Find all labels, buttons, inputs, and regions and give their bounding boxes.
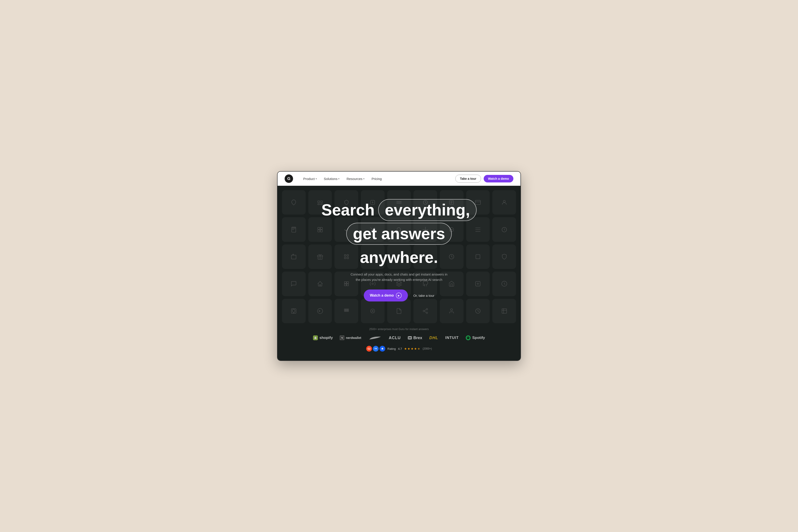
take-tour-hero-button[interactable]: Or, take a tour [413,294,434,298]
watch-demo-hero-button[interactable]: Watch a demo ▶ [364,289,408,302]
icon-cell [492,299,516,323]
icon-cell [308,299,332,323]
icon-cell [466,299,490,323]
chevron-down-icon: ▾ [363,177,364,180]
hero-content: Search everything, get answers anywhere.… [310,199,488,302]
icon-cell [282,245,306,269]
logos-section: 2500+ enterprises trust Guru for instant… [278,328,520,360]
dhl-label: DHL [430,336,438,340]
navbar: G Product ▾ Solutions ▾ Resources ▾ Pric… [278,172,520,186]
play-icon: ▶ [396,292,402,298]
hero-cta: Watch a demo ▶ Or, take a tour [310,289,488,302]
logos-tagline: 2500+ enterprises trust Guru for instant… [286,328,512,331]
svg-point-21 [423,310,424,312]
heading-pill-2: get answers [346,223,452,245]
logo-aclu: ACLU [389,336,401,340]
logo-shopify: shopify [313,335,333,340]
icon-cell [492,217,516,242]
nav-solutions[interactable]: Solutions ▾ [321,175,343,183]
icon-cell [492,190,516,214]
brex-label: Brex [413,336,422,340]
nerdwallet-icon: N [340,336,344,340]
icon-cell [361,299,385,323]
logo-brex: Brex [408,336,422,340]
nav-pricing[interactable]: Pricing [368,175,385,183]
hero-section: Search everything, get answers anywhere.… [278,186,520,328]
heading-pill-1: everything, [378,199,477,221]
watch-demo-label: Watch a demo [370,293,394,298]
logo-letter: G [287,176,290,181]
logo-dhl: DHL [430,336,438,340]
logo-nerdwallet: N nerdwallet [340,336,361,340]
spotify-icon [466,335,471,340]
logo-spotify: Spotify [466,335,485,340]
icon-cell [492,271,516,296]
icon-cell [440,299,463,323]
icon-cell [387,299,411,323]
logo-nike [368,335,382,341]
svg-point-19 [370,309,375,313]
trustradius-badge: TR [373,346,379,352]
watch-demo-nav-button[interactable]: Watch a demo [484,175,513,183]
rating-stars: ★ ★ ★ ★ ★ [404,347,420,350]
icon-cell [335,299,358,323]
icon-cell [413,299,437,323]
spotify-label: Spotify [472,336,485,340]
browser-window: G Product ▾ Solutions ▾ Resources ▾ Pric… [277,171,521,361]
nav-resources[interactable]: Resources ▾ [343,175,367,183]
star-half: ★ [417,347,420,350]
brex-icon [408,336,412,339]
nav-actions: Take a tour Watch a demo [455,175,513,183]
rating-score: 4.7 [398,347,402,350]
rating-row: G2 TR Rating 4.7 ★ ★ ★ ★ ★ (2000+) [286,346,512,352]
logo-intuit: INTUIT [445,336,459,340]
svg-point-22 [426,312,428,314]
svg-rect-8 [292,227,296,232]
icon-cell [282,217,306,242]
hero-heading: Search everything, get answers anywhere. [310,199,488,266]
heading-suffix: anywhere. [360,248,438,267]
chevron-down-icon: ▾ [338,177,339,180]
take-tour-button[interactable]: Take a tour [455,175,481,183]
g2-badge: G2 [366,346,372,352]
shopify-label: shopify [319,336,333,340]
nerdwallet-label: nerdwallet [346,336,361,340]
icon-cell [282,271,306,296]
star-2: ★ [407,347,410,350]
icon-cell [282,190,306,214]
hero-subtitle: Connect all your apps, docs, and chats a… [350,272,448,282]
icon-cell [282,299,306,323]
nav-links: Product ▾ Solutions ▾ Resources ▾ Pricin… [300,175,448,183]
star-1: ★ [404,347,407,350]
hero-line-1: Search everything, [310,199,488,221]
hero-line-2: get answers anywhere. [310,223,488,267]
logos-row: shopify N nerdwallet ACLU [286,335,512,341]
star-3: ★ [411,347,414,350]
capterra-badge [380,346,385,352]
chevron-down-icon: ▾ [316,177,317,180]
rating-label: Rating [387,347,396,350]
aclu-label: ACLU [389,336,401,340]
rating-badges: G2 TR [366,346,385,352]
rating-count: (2000+) [422,347,432,350]
heading-prefix: Search [321,201,375,219]
icon-cell [492,245,516,269]
nav-product[interactable]: Product ▾ [300,175,320,183]
intuit-label: INTUIT [445,336,459,340]
svg-point-20 [426,308,428,310]
svg-point-7 [503,201,505,202]
logo[interactable]: G [285,174,293,183]
shopify-icon [313,335,318,340]
star-4: ★ [414,347,417,350]
